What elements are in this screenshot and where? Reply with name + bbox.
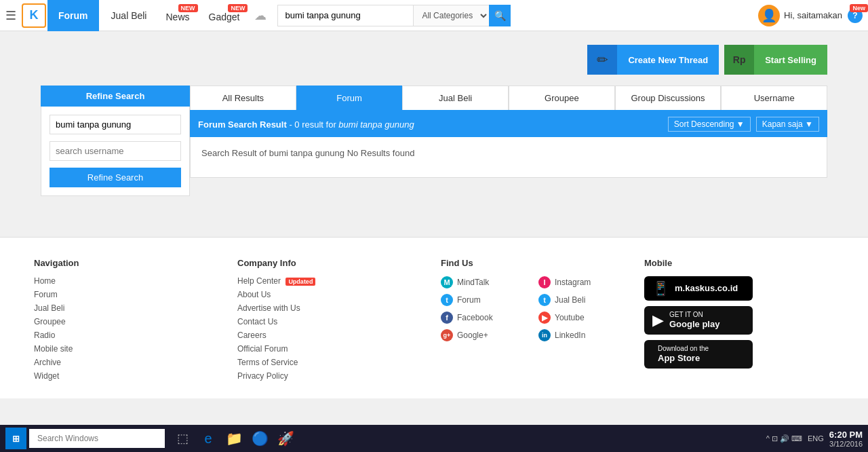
footer: Navigation Home Forum Jual Beli Groupee …	[0, 237, 868, 398]
instagram-icon: I	[538, 276, 551, 288]
nav-jual-beli[interactable]: Jual Beli	[102, 0, 157, 31]
find-us-youtube[interactable]: ▶ Youtube	[538, 312, 631, 324]
footer-link-help-center[interactable]: Help Center Updated	[237, 276, 427, 286]
facebook-icon: f	[441, 312, 453, 324]
footer-link-advertise[interactable]: Advertise with Us	[237, 303, 427, 313]
refine-search-button[interactable]: Refine Search	[50, 168, 181, 187]
results-panel: All Results Forum Jual Beli Groupee Grou…	[190, 86, 827, 196]
top-navigation: ☰ K Forum Jual Beli News NEW Gadget NEW …	[0, 0, 868, 31]
create-thread-button[interactable]: Create New Thread	[617, 45, 719, 75]
avatar: 👤	[758, 5, 780, 26]
footer-link-careers[interactable]: Careers	[237, 331, 427, 340]
result-query: bumi tanpa gunung	[338, 119, 414, 130]
youtube-icon: ▶	[538, 312, 551, 324]
create-thread-icon: ✏	[587, 45, 617, 75]
forum-nav-button[interactable]: Forum	[47, 0, 99, 31]
footer-grid: Navigation Home Forum Jual Beli Groupee …	[34, 258, 834, 385]
tab-groupee[interactable]: Groupee	[509, 86, 615, 110]
footer-link-radio[interactable]: Radio	[34, 331, 224, 340]
app-store-button[interactable]: Download on the App Store	[644, 340, 753, 369]
refine-header: Refine Search	[41, 86, 190, 107]
hi-text: Hi, saitamakan	[784, 10, 842, 20]
create-thread-btn-group: ✏ Create New Thread	[587, 45, 719, 75]
action-buttons: ✏ Create New Thread Rp Start Selling	[41, 45, 827, 75]
footer-find-us-header: Find Us	[441, 258, 631, 268]
tab-all-results[interactable]: All Results	[190, 86, 296, 110]
footer-link-contact-us[interactable]: Contact Us	[237, 317, 427, 326]
search-section: Refine Search Refine Search All Results …	[41, 86, 827, 196]
result-count: - 0 result for	[289, 119, 338, 130]
logo[interactable]: K	[22, 3, 46, 28]
footer-link-forum[interactable]: Forum	[34, 290, 224, 299]
start-selling-btn-group: Rp Start Selling	[724, 45, 827, 75]
find-us-facebook[interactable]: f Facebook	[441, 312, 533, 324]
footer-link-about-us[interactable]: About Us	[237, 290, 427, 299]
cloud-icon[interactable]: ☁	[254, 8, 267, 23]
help-button[interactable]: ? New	[848, 8, 863, 23]
mindtalk-icon: M	[441, 276, 453, 288]
sell-icon: Rp	[724, 45, 754, 75]
tab-group-discussions[interactable]: Group Discussions	[615, 86, 722, 110]
mobile-buttons: 📱 m.kaskus.co.id ▶ GET IT ON Google play	[644, 276, 753, 374]
nav-news[interactable]: News NEW	[156, 0, 199, 31]
refine-username-input[interactable]	[50, 141, 181, 161]
footer-link-official-forum[interactable]: Official Forum	[237, 344, 427, 354]
search-bar: All Categories 🔍	[277, 5, 758, 26]
result-header: Forum Search Result - 0 result for bumi …	[190, 111, 827, 137]
google-play-button[interactable]: ▶ GET IT ON Google play	[644, 306, 753, 335]
kapan-saja-button[interactable]: Kapan saja ▼	[756, 117, 819, 132]
footer-link-jual-beli[interactable]: Jual Beli	[34, 303, 224, 313]
result-body: Search Result of bumi tanpa gunung No Re…	[190, 137, 827, 178]
mkaskus-button[interactable]: 📱 m.kaskus.co.id	[644, 276, 753, 301]
googleplus-icon: g+	[441, 329, 453, 341]
footer-find-us: Find Us M MindTalk I Instagram t Forum t…	[441, 258, 631, 385]
tab-jual-beli[interactable]: Jual Beli	[402, 86, 509, 110]
updated-badge: Updated	[285, 278, 315, 286]
footer-navigation: Navigation Home Forum Jual Beli Groupee …	[34, 258, 224, 385]
refine-search-input[interactable]	[50, 115, 181, 134]
find-us-instagram[interactable]: I Instagram	[538, 276, 631, 288]
tabs-bar: All Results Forum Jual Beli Groupee Grou…	[190, 86, 827, 111]
hamburger-icon[interactable]: ☰	[5, 8, 16, 23]
footer-mobile: Mobile 📱 m.kaskus.co.id ▶ GET IT ON	[644, 258, 834, 385]
twitter-icon-jual-beli: t	[538, 294, 551, 306]
footer-link-groupee[interactable]: Groupee	[34, 317, 224, 326]
tab-forum[interactable]: Forum	[296, 86, 403, 110]
nav-right: 👤 Hi, saitamakan ? New	[758, 5, 863, 26]
linkedin-icon: in	[538, 329, 551, 341]
refine-panel: Refine Search Refine Search	[41, 86, 190, 196]
phone-icon: 📱	[652, 280, 669, 297]
result-title: Forum Search Result	[198, 119, 287, 130]
footer-link-mobile-site[interactable]: Mobile site	[34, 344, 224, 354]
twitter-icon-forum: t	[441, 294, 453, 306]
footer-link-terms[interactable]: Terms of Service	[237, 358, 427, 367]
taskbar: ⊞ ⬚ e 📁 🔵 🚀 ^ ⊡ 🔊 ⌨ ENG 6:20 PM 3/12/201…	[0, 425, 868, 426]
find-us-googleplus[interactable]: g+ Google+	[441, 329, 533, 341]
start-selling-button[interactable]: Start Selling	[754, 45, 827, 75]
no-results-text: Search Result of bumi tanpa gunung No Re…	[201, 148, 414, 158]
sort-button[interactable]: Sort Descending ▼	[668, 117, 751, 132]
footer-company: Company Info Help Center Updated About U…	[237, 258, 427, 385]
footer-link-home[interactable]: Home	[34, 276, 224, 286]
find-us-grid: M MindTalk I Instagram t Forum t Jual Be…	[441, 276, 631, 345]
find-us-mindtalk[interactable]: M MindTalk	[441, 276, 533, 288]
nav-gadget[interactable]: Gadget NEW	[199, 0, 250, 31]
news-badge: NEW	[178, 4, 198, 12]
find-us-forum-twitter[interactable]: t Forum	[441, 294, 533, 306]
footer-link-widget[interactable]: Widget	[34, 371, 224, 381]
tab-username[interactable]: Username	[721, 86, 827, 110]
mobile-buttons-row: 📱 m.kaskus.co.id ▶ GET IT ON Google play	[644, 276, 834, 374]
footer-nav-header: Navigation	[34, 258, 224, 268]
gadget-badge: NEW	[228, 4, 248, 12]
refine-body: Refine Search	[41, 107, 190, 196]
find-us-linkedin[interactable]: in LinkedIn	[538, 329, 631, 341]
main-content: ✏ Create New Thread Rp Start Selling Ref…	[34, 31, 834, 210]
category-select[interactable]: All Categories	[413, 5, 489, 26]
new-badge: New	[850, 4, 868, 12]
search-button[interactable]: 🔍	[489, 5, 511, 26]
search-input[interactable]	[277, 5, 413, 26]
find-us-jual-beli-twitter[interactable]: t Jual Beli	[538, 294, 631, 306]
footer-company-header: Company Info	[237, 258, 427, 268]
footer-link-privacy[interactable]: Privacy Policy	[237, 371, 427, 381]
footer-link-archive[interactable]: Archive	[34, 358, 224, 367]
